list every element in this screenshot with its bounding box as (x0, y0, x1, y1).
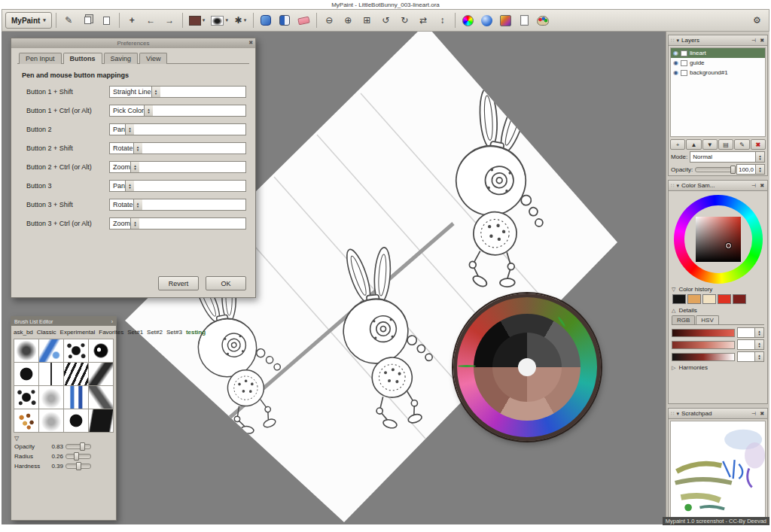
open-document-button[interactable] (79, 11, 96, 29)
rotate-ccw-button[interactable]: ↺ (377, 11, 395, 29)
brush-editor-titlebar[interactable]: Brush List Editor › (11, 317, 116, 326)
brush-thumbnail[interactable] (39, 409, 63, 432)
brush-group[interactable]: Favorites (99, 329, 123, 336)
spinner-icons[interactable]: ▴▾ (133, 199, 142, 210)
brush-thumbnail[interactable] (14, 386, 38, 409)
color-history-expander[interactable]: ▽ Color history (669, 285, 767, 293)
collapse-icon[interactable]: ▾ (676, 411, 679, 417)
brush-thumbnail[interactable] (89, 363, 113, 385)
tab-rgb[interactable]: RGB (672, 315, 695, 324)
lock-alpha-mode-button[interactable] (276, 11, 294, 29)
mapping-select[interactable]: Straight Line ▴▾ (109, 86, 246, 98)
layer-row-background[interactable]: ◉ background#1 (671, 68, 765, 78)
spinner-icons[interactable]: ▴▾ (755, 165, 764, 174)
brush-group[interactable]: Set#1 (127, 329, 143, 336)
revert-button[interactable]: Revert (158, 276, 199, 290)
spinner-icons[interactable]: ▴▾ (151, 87, 160, 97)
color-wheel-button[interactable] (459, 11, 477, 29)
add-button[interactable]: + (123, 11, 141, 29)
brush-group[interactable]: Set#3 (166, 329, 182, 336)
opacity-slider[interactable] (66, 444, 91, 449)
tab-pen-input[interactable]: Pen Input (19, 53, 62, 64)
mypaint-menu-button[interactable]: MyPaint ▾ (5, 12, 52, 29)
history-swatch[interactable] (718, 294, 731, 304)
brush-group[interactable]: Experimental (60, 329, 96, 336)
brush-thumbnail[interactable] (39, 386, 63, 409)
brush-group[interactable]: ask_bd (14, 329, 33, 336)
layer-opacity-slider[interactable] (695, 167, 734, 172)
brush-selector[interactable]: ▾ (209, 11, 230, 29)
harmonies-expander[interactable]: ▷ Harmonies (669, 363, 767, 372)
add-layer-button[interactable]: + (670, 139, 685, 150)
brush-thumbnail[interactable] (89, 339, 113, 362)
history-swatch[interactable] (702, 294, 716, 304)
window-titlebar[interactable]: MyPaint - LittleBotBunny_003-lineart.ora (0, 0, 771, 9)
delete-layer-button[interactable]: ✖ (751, 139, 766, 150)
dock-icon[interactable]: ⊣ (751, 38, 757, 44)
brush-settings-expander[interactable]: ▽ (11, 433, 116, 442)
undo-button[interactable]: ← (142, 11, 160, 29)
value-spinbox[interactable]: ▴▾ (737, 351, 764, 362)
brush-thumbnail[interactable] (64, 363, 88, 385)
spinner-icons[interactable]: ▴▾ (144, 105, 153, 116)
hue-spinbox[interactable]: ▴▾ (737, 327, 764, 338)
brush-thumbnail[interactable] (14, 363, 38, 385)
spinner-icons[interactable]: ▴▾ (133, 143, 142, 154)
preferences-titlebar[interactable]: Preferences ✖ (11, 38, 255, 48)
close-icon[interactable]: ✖ (759, 183, 765, 189)
mapping-select[interactable]: Rotate ▴▾ (109, 199, 246, 211)
raise-layer-button[interactable]: ▲ (686, 139, 701, 150)
blank-page-button[interactable] (516, 11, 533, 29)
mapping-select[interactable]: Pick Color ▴▾ (109, 105, 246, 117)
brush-thumbnail[interactable] (39, 363, 63, 385)
close-icon[interactable]: ✖ (759, 38, 765, 44)
mapping-select[interactable]: Zoom ▴▾ (109, 161, 246, 173)
slider-handle[interactable] (76, 462, 81, 470)
saturation-value-square[interactable] (696, 217, 741, 262)
saturation-gradient-bar[interactable] (672, 341, 735, 349)
mapping-select[interactable]: Zoom ▴▾ (109, 217, 246, 230)
radius-slider[interactable] (66, 454, 91, 459)
rotate-cw-button[interactable]: ↻ (396, 11, 413, 29)
slider-handle[interactable] (80, 442, 85, 451)
hsv-wheel[interactable] (674, 195, 763, 284)
zoom-out-button[interactable]: ⊖ (321, 11, 338, 29)
details-expander[interactable]: △ Details (669, 306, 767, 315)
lower-layer-button[interactable]: ▼ (702, 139, 718, 150)
brush-settings-selector[interactable]: ✱ ▾ (232, 11, 249, 29)
spinner-icons[interactable]: ▴▾ (130, 162, 139, 172)
color-sphere-button[interactable] (478, 11, 495, 29)
brush-group-active[interactable]: testing (186, 329, 206, 336)
collapse-icon[interactable]: ▾ (676, 183, 679, 189)
history-swatch[interactable] (687, 294, 701, 304)
spinner-icons[interactable]: ▴▾ (754, 352, 763, 361)
brush-thumbnail[interactable] (64, 386, 88, 409)
layer-mode-select[interactable]: Normal ▴▾ (690, 151, 765, 163)
slider-handle[interactable] (730, 166, 736, 174)
new-document-button[interactable]: ✎ (60, 11, 78, 29)
rename-layer-button[interactable]: ✎ (734, 139, 749, 150)
brush-thumbnail[interactable] (64, 339, 88, 362)
zoom-fit-button[interactable]: ⊞ (358, 11, 376, 29)
scratchpad-header[interactable]: ∷ ▾ Scratchpad ⊣ ✖ (669, 409, 767, 419)
brush-thumbnail[interactable] (64, 409, 88, 432)
spinner-icons[interactable]: ▴▾ (125, 181, 134, 191)
mapping-select[interactable]: Rotate ▴▾ (109, 142, 246, 154)
eye-icon[interactable]: ◉ (673, 70, 678, 76)
brush-group[interactable]: Set#2 (147, 329, 163, 336)
layer-row-guide[interactable]: ◉ guide (671, 58, 765, 68)
spinner-icons[interactable]: ▴▾ (130, 218, 139, 229)
dock-icon[interactable]: ⊣ (751, 411, 757, 417)
spinner-icons[interactable]: ▴▾ (125, 124, 134, 135)
brush-thumbnail[interactable] (39, 339, 63, 362)
brush-thumbnail[interactable] (89, 409, 113, 432)
paint-tool-button[interactable] (497, 11, 514, 29)
eye-icon[interactable]: ◉ (673, 60, 678, 66)
tab-saving[interactable]: Saving (104, 53, 139, 64)
eraser-mode-button[interactable] (295, 11, 312, 29)
expand-icon[interactable]: › (111, 319, 113, 324)
layer-opacity-spinbox[interactable]: 100,0 ▴▾ (736, 164, 765, 175)
duplicate-layer-button[interactable]: ▤ (718, 139, 733, 150)
saturation-spinbox[interactable]: ▴▾ (737, 339, 764, 350)
history-swatch[interactable] (672, 294, 686, 304)
